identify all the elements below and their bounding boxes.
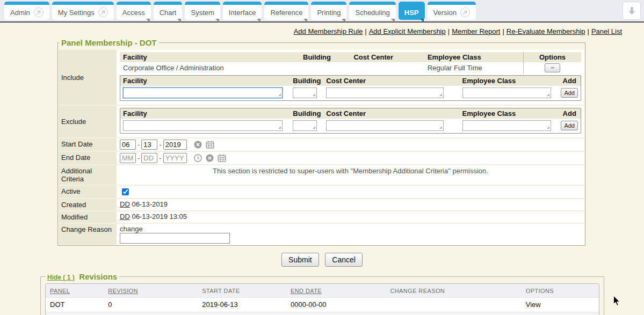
clear-date-icon[interactable] [206,154,214,162]
include-rules-table: Facility Building Cost Center Employee C… [120,52,581,74]
col-building: Building [300,52,350,62]
include-facility-input[interactable] [123,87,283,98]
include-building-input[interactable] [293,87,316,98]
include-add-button[interactable]: Add [561,88,578,98]
exclude-building-input[interactable] [293,120,316,131]
created-label: Created [59,199,117,210]
col-facility: Facility [120,108,290,119]
hide-revisions-link[interactable]: Hide ( 1 ) [47,274,75,281]
col-add: Add [558,108,581,119]
collapse-nav-button[interactable] [623,2,641,20]
tab-interface[interactable]: Interface [223,2,262,20]
col-employee-class: Employee Class [460,108,559,119]
additional-criteria-text: This section is restricted to super-user… [117,165,584,185]
end-month-input[interactable] [120,153,136,163]
col-end-date[interactable]: END DATE [286,284,386,297]
col-employee-class: Employee Class [460,76,559,86]
exclude-employee-class-input[interactable] [462,120,551,131]
end-day-input[interactable] [141,153,157,163]
tab-scheduling[interactable]: Scheduling [349,2,395,20]
tab-my-settings[interactable]: My Settings [52,2,114,20]
col-building: Building [290,108,323,119]
exclude-cost-center-input[interactable] [326,120,444,131]
tab-label: Reference [270,9,302,17]
end-year-input[interactable] [163,153,187,163]
tab-label: Scheduling [355,9,389,17]
modified-user-abbr: DD [120,213,130,221]
tab-version[interactable]: Version [428,2,476,20]
add-input-row: Add [120,119,581,133]
revision-row: DOT 0 2019-06-13 0000-00-00 View [46,297,599,312]
remove-rule-button[interactable]: − [545,63,560,72]
quick-link-add-membership-rule[interactable]: Add Membership Rule [294,27,363,35]
include-label: Include [59,50,117,105]
quick-link-re-evaluate-membership[interactable]: Re-Evaluate Membership [506,27,585,35]
col-options: OPTIONS [522,284,599,297]
employee-class-input-wrap [462,87,551,98]
quick-link-add-explicit-membership[interactable]: Add Explicit Membership [369,27,446,35]
change-reason-row: Change Reason change [59,224,584,245]
start-year-input[interactable] [163,140,187,150]
include-employee-class-input[interactable] [462,87,551,98]
tab-hsp[interactable]: HSP [399,2,425,20]
active-checkbox[interactable] [122,188,129,195]
view-revision-link[interactable]: View [526,301,541,309]
modified-date: 06-13-2019 13:05 [132,213,187,221]
tab-access[interactable]: Access [117,2,151,20]
exclude-facility-input[interactable] [123,120,283,131]
col-panel[interactable]: PANEL [46,284,104,297]
quick-links-bar: Add Membership Rule|Add Explicit Members… [0,23,644,38]
created-user-abbr: DD [120,200,130,208]
external-link-icon[interactable] [98,8,108,17]
revision-number: 0 [104,297,198,312]
start-day-input[interactable] [141,140,157,150]
col-start-date: START DATE [198,284,286,297]
date-separator: - [159,154,161,162]
end-date-label: End Date [59,152,117,164]
start-date-content: - - [117,138,584,151]
quick-link-member-report[interactable]: Member Report [452,27,500,35]
modified-row: Modified DD 06-13-2019 13:05 [59,211,584,224]
facility-input-wrap [123,120,283,131]
exclude-label: Exclude [59,106,117,137]
quick-link-panel-list[interactable]: Panel List [591,27,622,35]
calendar-icon[interactable] [218,154,226,162]
rule-facility: Corporate Office / Administration [120,62,300,74]
change-reason-input[interactable] [120,233,230,244]
clear-date-icon[interactable] [194,141,202,149]
active-row: Active [59,186,584,199]
tab-printing[interactable]: Printing [311,2,346,20]
add-header-row: Facility Building Cost Center Employee C… [120,108,581,119]
external-link-icon[interactable] [460,8,470,17]
col-employee-class: Employee Class [424,52,524,62]
tab-label: My Settings [58,9,95,17]
cancel-button[interactable]: Cancel [325,253,363,267]
start-date-row: Start Date - - [59,138,584,152]
include-cost-center-input[interactable] [326,87,444,98]
external-link-icon[interactable] [34,8,44,17]
revision-end-date: 0000-00-00 [286,297,386,312]
col-cost-center: Cost Center [323,108,459,119]
col-revision[interactable]: REVISION [104,284,198,297]
revision-panel: DOT [46,297,104,312]
exclude-add-table: Facility Building Cost Center Employee C… [120,108,581,133]
modified-content: DD 06-13-2019 13:05 [117,211,584,223]
date-separator: - [159,141,161,149]
exclude-add-button[interactable]: Add [561,121,578,130]
rule-building [300,62,350,74]
cost-center-input-wrap [326,87,444,98]
calendar-icon[interactable] [206,141,214,149]
tab-system[interactable]: System [185,2,220,20]
start-month-input[interactable] [120,140,136,150]
link-separator: | [365,27,366,35]
col-facility: Facility [120,52,300,62]
created-date: 06-13-2019 [132,200,168,208]
tab-admin[interactable]: Admin [4,2,49,20]
include-content: Facility Building Cost Center Employee C… [117,50,584,105]
clock-icon[interactable] [194,154,202,162]
tab-chart[interactable]: Chart [154,2,183,20]
tab-reference[interactable]: Reference [264,2,308,20]
submit-button[interactable]: Submit [281,253,319,267]
include-add-box: Facility Building Cost Center Employee C… [120,75,581,101]
down-arrow-icon [627,6,637,16]
